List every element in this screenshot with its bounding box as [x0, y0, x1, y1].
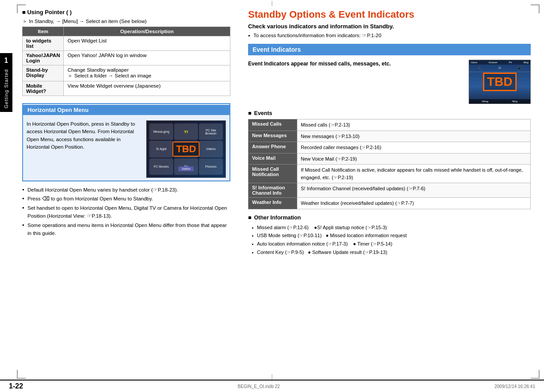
center-mark-bottom [272, 374, 272, 380]
corner-mark-tl [17, 4, 26, 13]
app-icon-yahoo: Y! [174, 123, 198, 140]
app-icon-videos: Videos [199, 141, 223, 157]
pointer-instruction: ＞ In Standby, → [Menu] → Select an item … [22, 18, 230, 25]
app-icon-pcmovies: PC Movies [149, 158, 173, 175]
table-cell-desc: View Mobile Widget overview (Japanese) [64, 81, 230, 96]
table-row: Missed Call Notification If Missed Call … [249, 165, 531, 183]
other-info-list: Missed alarm (☞P.12-6) ●S! Appli startup… [248, 223, 531, 257]
bullet-item: Default Horizontal Open Menu varies by h… [22, 186, 230, 194]
right-column: Standby Options & Event Indicators Check… [239, 9, 531, 371]
bullet-item: Press ⌫ to go from Horizontal Open Menu … [22, 195, 230, 203]
other-section-label: Other Information [248, 215, 531, 221]
standby-screen-image: Have Answer Ph Msg 📞 ✉ 📱 TBD Ms [469, 60, 531, 104]
event-desc: New Voice Mail (☞P.2-19) [297, 153, 531, 165]
table-row: New Messages New messages (☞P.13-10) [249, 131, 531, 142]
select-bar: Select [178, 166, 194, 171]
event-desc: Recorded caller messages (☞P.2-16) [297, 142, 531, 154]
left-column: ■ Using Pointer ( ) ＞ In Standby, → [Men… [9, 9, 239, 371]
corner-mark-bl [17, 370, 26, 379]
event-indicators-heading: Event Indicators [248, 44, 531, 55]
table-header-operation: Operation/Description [64, 27, 230, 36]
center-mark-top [272, 1, 272, 6]
standby-tbd: TBD [483, 73, 517, 91]
bullet-item: Set handset to open to Horizontal Open M… [22, 204, 230, 220]
table-row: to widgets list Open Widget List [23, 36, 230, 51]
page-number: 1-22 [9, 382, 23, 390]
event-indicators-content: Event Indicators appear for missed calls… [248, 60, 531, 104]
standby-icon2: ✉ [498, 66, 501, 70]
pointer-table: Item Operation/Description to widgets li… [22, 27, 230, 96]
table-row: Answer Phone Recorded caller messages (☞… [249, 142, 531, 154]
table-row: S! Information Channel Info S! Informati… [249, 183, 531, 198]
standby-bottom-bar: Mssg Msg [469, 99, 530, 104]
page-footer: 1-22 BEGIN_E_OI.indb 22 2009/12/14 16:26… [0, 380, 544, 392]
table-cell-item: to widgets list [23, 36, 64, 51]
event-name: Voice Mail [249, 153, 297, 165]
standby-label-msg: Msg [524, 61, 528, 64]
event-desc: S! Information Channel (received/failed … [297, 183, 531, 198]
table-row: Weather Info Weather Indicator (received… [249, 198, 531, 209]
other-info-section: Other Information Missed alarm (☞P.12-6)… [248, 215, 531, 257]
table-cell-desc: Open Yahoo! JAPAN log in window [64, 51, 230, 65]
table-cell-item: Stand-by Display [23, 65, 64, 81]
event-name: New Messages [249, 131, 297, 142]
table-header-item: Item [23, 27, 64, 36]
chapter-tab: 1 Getting Started [0, 53, 12, 112]
events-table: Missed Calls Missed calls (☞P.2-13) New … [248, 119, 531, 209]
table-row: Voice Mail New Voice Mail (☞P.2-19) [249, 153, 531, 165]
app-icon-messaging: Messa-ging [149, 123, 173, 140]
event-indicators-desc: Event Indicators appear for missed calls… [248, 60, 463, 68]
chapter-label: Getting Started [4, 69, 9, 108]
access-note: To access functions/information from ind… [248, 32, 531, 38]
standby-label-have: Have [471, 61, 477, 64]
event-desc: New messages (☞P.13-10) [297, 131, 531, 142]
app-icon-pictures: Pictures [199, 158, 223, 175]
page-container: 1 Getting Started ■ Using Pointer ( ) ＞ … [0, 0, 544, 392]
table-row: Yahoo!JAPAN Login Open Yahoo! JAPAN log … [23, 51, 230, 65]
pointer-section-title: ■ Using Pointer ( ) [22, 9, 230, 15]
event-name: Weather Info [249, 198, 297, 209]
horizontal-menu-content: In Horizontal Open Position, press in St… [23, 118, 229, 181]
event-name: Missed Calls [249, 119, 297, 131]
chapter-number: 1 [4, 57, 8, 65]
standby-icon1: 📞 [478, 66, 482, 70]
tbd-overlay: TBD [172, 142, 199, 157]
horizontal-menu-box: Horizontal Open Menu In Horizontal Open … [22, 103, 230, 181]
subtitle: Check various indicators and information… [248, 23, 531, 30]
table-cell-item: Mobile Widget? [23, 81, 64, 96]
standby-bottom-mssg: Mssg [482, 100, 488, 103]
standby-top-bar: Have Answer Ph Msg [469, 60, 530, 65]
standby-label-ph: Ph [509, 61, 512, 64]
event-name: Answer Phone [249, 142, 297, 154]
table-row: Stand-by Display Change Standby wallpape… [23, 65, 230, 81]
standby-bottom-msg: Msg [513, 100, 517, 103]
footer-file: BEGIN_E_OI.indb 22 [238, 384, 280, 389]
table-cell-item: Yahoo!JAPAN Login [23, 51, 64, 65]
horizontal-menu-text: In Horizontal Open Position, press in St… [27, 120, 143, 178]
standby-label-answer: Answer [489, 61, 497, 64]
horizontal-menu-bullets: Default Horizontal Open Menu varies by h… [22, 186, 230, 237]
other-info-item: Auto location information notice (☞P.17-… [252, 240, 531, 248]
corner-mark-br [531, 370, 540, 379]
table-row: Missed Calls Missed calls (☞P.2-13) [249, 119, 531, 131]
event-desc: Missed calls (☞P.2-13) [297, 119, 531, 131]
corner-mark-tr [531, 4, 540, 13]
events-section-label: Events [248, 110, 531, 116]
bullet-item: Some operations and menu items in Horizo… [22, 221, 230, 238]
table-cell-desc: Change Standby wallpaper＞ Select a folde… [64, 65, 230, 81]
main-content: ■ Using Pointer ( ) ＞ In Standby, → [Men… [0, 0, 544, 380]
other-info-item: Content Key (☞P.9-5) ● Software Update r… [252, 248, 531, 257]
app-icon-appli: S! Appli [149, 141, 173, 157]
app-icon-pcsite: PC Site Browser [199, 123, 223, 140]
table-cell-desc: Open Widget List [64, 36, 230, 51]
horizontal-menu-image: Messa-ging Y! PC Site Browser S! Appli i… [146, 120, 226, 178]
event-desc: If Missed Call Notification is active, i… [297, 165, 531, 183]
footer-timestamp: 2009/12/14 16:26:41 [494, 384, 535, 389]
page-title: Standby Options & Event Indicators [248, 9, 531, 20]
event-name: Missed Call Notification [249, 165, 297, 183]
table-row: Mobile Widget? View Mobile Widget overvi… [23, 81, 230, 96]
other-info-item: USB Mode setting (☞P.10-11) ● Missed loc… [252, 231, 531, 240]
horizontal-menu-header: Horizontal Open Menu [23, 105, 229, 115]
standby-icon3: 📱 [517, 66, 521, 70]
event-name: S! Information Channel Info [249, 183, 297, 198]
